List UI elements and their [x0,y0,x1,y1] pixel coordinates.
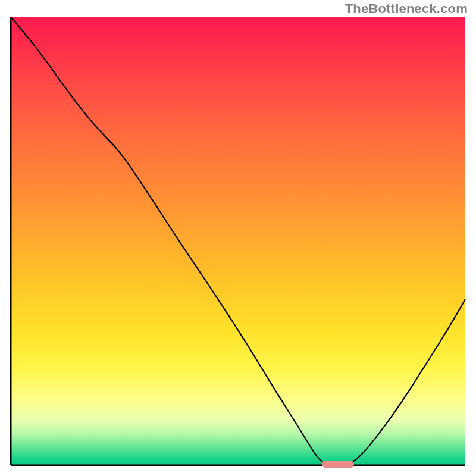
optimal-marker [322,461,353,468]
plot-area [11,17,465,465]
watermark-text: TheBottleneck.com [345,1,468,17]
axes-svg [11,17,465,465]
